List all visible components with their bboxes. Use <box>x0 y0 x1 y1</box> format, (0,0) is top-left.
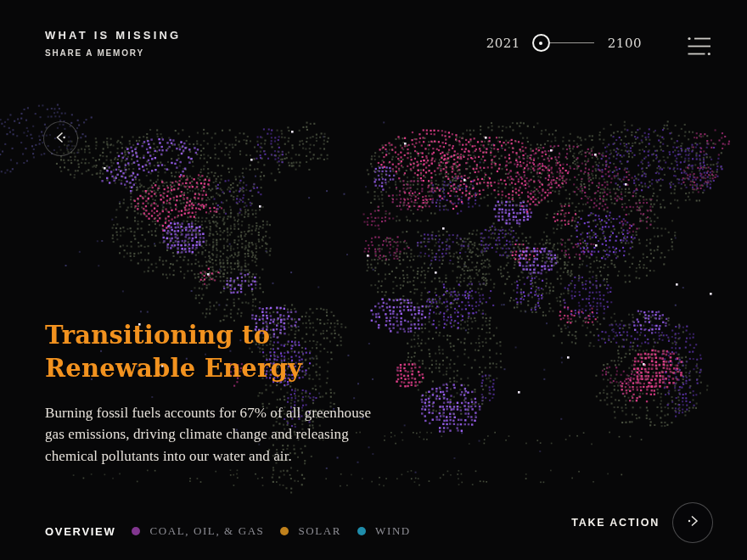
timeline-slider-track <box>550 42 594 44</box>
take-action-button[interactable]: TAKE ACTION <box>571 502 713 543</box>
menu-button[interactable] <box>686 34 713 62</box>
slide-paragraph: Burning fossil fuels accounts for 67% of… <box>45 402 378 467</box>
slide-heading: Transitioning to Renewable Energy <box>45 319 410 385</box>
legend-item-label: SOLAR <box>298 524 341 538</box>
back-button[interactable] <box>43 121 78 156</box>
year-timeline: 2021 2100 <box>486 34 642 52</box>
chevron-left-icon <box>53 129 70 148</box>
tab-overview[interactable]: OVERVIEW <box>45 525 115 538</box>
header: WHAT IS MISSING SHARE A MEMORY 2021 2100 <box>45 29 713 62</box>
brand: WHAT IS MISSING SHARE A MEMORY <box>45 29 181 58</box>
legend-item-label: WIND <box>375 524 411 538</box>
chevron-right-icon <box>683 512 702 533</box>
slide-content: Transitioning to Renewable Energy Burnin… <box>45 319 418 467</box>
share-a-memory-link[interactable]: SHARE A MEMORY <box>45 48 181 58</box>
site-title: WHAT IS MISSING <box>45 29 181 42</box>
wind-dot-icon <box>357 527 366 535</box>
hamburger-menu-icon <box>688 48 711 60</box>
take-action-label: TAKE ACTION <box>571 517 660 529</box>
timeline-end-year: 2100 <box>608 36 642 51</box>
solar-dot-icon <box>280 527 289 535</box>
legend-item-solar[interactable]: SOLAR <box>280 524 341 538</box>
coal-oil-gas-dot-icon <box>132 527 140 535</box>
world-dot-map <box>0 0 747 560</box>
legend-item-wind[interactable]: WIND <box>357 524 411 538</box>
energy-legend: OVERVIEW COAL, OIL, & GAS SOLAR WIND <box>45 524 411 538</box>
timeline-start-year: 2021 <box>486 36 520 51</box>
take-action-circle[interactable] <box>672 502 713 543</box>
legend-item-label: COAL, OIL, & GAS <box>149 524 264 538</box>
legend-item-coal-oil-gas[interactable]: COAL, OIL, & GAS <box>132 524 264 538</box>
timeline-slider-knob[interactable] <box>532 34 550 52</box>
